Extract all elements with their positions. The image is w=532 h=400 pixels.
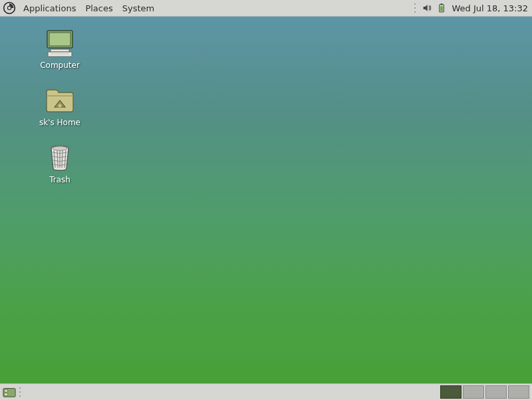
workspace-switcher	[440, 385, 529, 399]
workspace-2[interactable]	[463, 385, 484, 399]
svg-rect-10	[59, 104, 61, 107]
desktop-icons: Computer sk's Home	[33, 29, 86, 184]
workspace-1[interactable]	[440, 385, 462, 399]
trash-icon	[44, 143, 76, 172]
panel-tray: Wed Jul 18, 13:32	[414, 2, 532, 14]
menu-applications[interactable]: Applications	[19, 1, 80, 15]
svg-rect-3	[441, 3, 443, 5]
panel-grip-icon	[19, 386, 23, 398]
svg-rect-20	[5, 393, 8, 396]
home-folder-icon	[44, 86, 76, 115]
svg-point-1	[7, 6, 11, 9]
volume-icon[interactable]	[421, 2, 433, 14]
desktop-icon-label: Trash	[49, 175, 70, 184]
workspace-3[interactable]	[485, 385, 507, 399]
desktop-icon-home[interactable]: sk's Home	[33, 86, 86, 127]
menu-system[interactable]: System	[118, 1, 158, 15]
svg-point-17	[53, 146, 67, 150]
mate-logo-icon[interactable]	[2, 1, 17, 15]
svg-rect-4	[440, 6, 443, 11]
desktop[interactable]: Computer sk's Home	[0, 17, 532, 383]
show-desktop-button[interactable]	[1, 385, 17, 399]
computer-icon	[44, 29, 76, 58]
menu-bar: Applications Places System	[19, 1, 158, 15]
desktop-icon-computer[interactable]: Computer	[33, 29, 86, 70]
top-panel: Applications Places System Wed Jul 18, 1…	[0, 0, 532, 17]
menu-places[interactable]: Places	[81, 1, 116, 15]
desktop-icon-label: sk's Home	[39, 118, 80, 127]
svg-rect-19	[5, 389, 8, 392]
desktop-icon-trash[interactable]: Trash	[33, 143, 86, 184]
svg-rect-7	[51, 49, 69, 52]
workspace-4[interactable]	[508, 385, 529, 399]
desktop-icon-label: Computer	[40, 61, 80, 70]
battery-icon[interactable]	[436, 2, 448, 14]
clock[interactable]: Wed Jul 18, 13:32	[450, 3, 529, 13]
bottom-panel	[0, 383, 532, 400]
svg-rect-8	[48, 52, 72, 57]
panel-grip-icon	[414, 2, 418, 14]
svg-rect-6	[49, 33, 70, 46]
